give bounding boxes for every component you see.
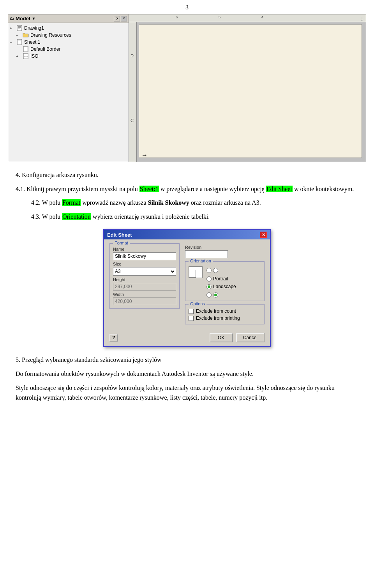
orientation-group-title: Orientation	[189, 259, 213, 263]
dialog-help-button[interactable]: ?	[109, 334, 118, 342]
help-button[interactable]: ?	[114, 16, 120, 21]
height-label: Height	[113, 277, 176, 282]
folder-icon	[22, 32, 29, 38]
format-highlight: Format	[62, 199, 81, 206]
section5-para2: Style odnoszące się do części i zespołów…	[16, 383, 358, 403]
exclude-count-checkbox[interactable]	[189, 309, 194, 314]
portrait-option[interactable]: Portrait	[206, 276, 236, 282]
para-4-1-prefix: 4.1. Kliknij prawym przyciskiem myszki n…	[16, 186, 139, 192]
para-4-1-suffix: w oknie kontekstowym.	[294, 186, 354, 192]
expander-sheet1: –	[10, 40, 16, 44]
page-preview-inner	[189, 270, 196, 278]
name-input[interactable]	[113, 252, 176, 260]
landscape-option[interactable]: Landscape	[206, 284, 236, 289]
ruler-top: 6 5 4 ↓	[129, 14, 366, 22]
dialog-buttons: OK Cancel	[210, 333, 265, 342]
bottom-radios	[206, 292, 236, 298]
options-group-title: Options	[189, 301, 206, 306]
expander-iso: +	[16, 54, 22, 58]
format-group-title: Format	[113, 241, 130, 245]
height-input	[113, 283, 176, 290]
tree-item-sheet1[interactable]: – Sheet:1	[10, 39, 127, 46]
ruler-mark-4: 4	[261, 15, 263, 19]
dialog-close-button[interactable]: ✕	[260, 232, 267, 238]
arrow-down-icon: →	[141, 152, 148, 159]
help-icon: ?	[112, 335, 115, 340]
c-marker: C	[131, 118, 134, 123]
size-select[interactable]: A3 A4 A2 A1 Letter	[113, 267, 176, 276]
ok-button[interactable]: OK	[210, 333, 233, 342]
dialog-right-column: Revision Orientation	[185, 243, 265, 328]
dialog-left-column: Format Name Size A3 A4 A2 A1 Letter	[109, 243, 180, 328]
width-input	[113, 298, 176, 305]
edit-sheet-highlight: Edit Sheet	[266, 186, 293, 192]
para-4-2-prefix: 4.2. W polu	[31, 199, 62, 206]
default-border-label: Default Border	[30, 46, 60, 52]
drawing1-label: Drawing1	[24, 25, 44, 31]
tree-view: + Drawing1 – Drawing Resources –	[8, 23, 129, 61]
top-radios	[206, 268, 236, 273]
format-group: Format Name Size A3 A4 A2 A1 Letter	[109, 243, 180, 309]
model-panel-actions: ? ×	[114, 16, 127, 21]
orientation-highlight: Orientation	[62, 213, 91, 220]
tree-item-drawing1[interactable]: + Drawing1	[10, 25, 127, 32]
dialog-body: Format Name Size A3 A4 A2 A1 Letter	[104, 239, 270, 331]
orientation-preview	[189, 266, 203, 278]
svg-rect-6	[23, 46, 28, 52]
tree-item-drawing-resources[interactable]: – Drawing Resources	[16, 32, 127, 39]
drawing-area: 6 5 4 ↓ D C →	[129, 14, 366, 162]
section5-para1: Do formatowania obiektów rysunkowych w d…	[16, 369, 358, 379]
dialog-title: Edit Sheet	[107, 232, 132, 238]
exclude-printing-label: Exclude from printing	[196, 315, 240, 321]
para-4-3-suffix: wybierz orientację rysunku i położenie t…	[93, 213, 210, 220]
close-panel-button[interactable]: ×	[121, 16, 127, 21]
iso-label: ISO	[30, 53, 39, 59]
orientation-options: Portrait Landscape	[206, 268, 236, 298]
para-4-2: 4.2. W polu Format wprowadź nazwę arkusz…	[16, 198, 358, 208]
border-icon	[22, 46, 29, 52]
radio-bottom-left[interactable]	[206, 292, 212, 298]
radio-top-left[interactable]	[206, 268, 212, 273]
width-label: Width	[113, 292, 176, 297]
dropdown-arrow-icon[interactable]: ▼	[32, 16, 36, 21]
model-panel-title: 🗂 Model ▼	[10, 16, 35, 21]
revision-label: Revision	[185, 245, 265, 250]
ruler-mark-5: 5	[219, 15, 221, 19]
section4-title: 4. Konfiguracja arkusza rysunku.	[16, 170, 358, 180]
drawing-icon	[16, 25, 23, 31]
para-4-3-prefix: 4.3. W polu	[31, 213, 62, 220]
expander-drawing1: +	[10, 26, 16, 30]
radio-top-right[interactable]	[213, 268, 218, 273]
cancel-button[interactable]: Cancel	[236, 333, 265, 342]
model-title-label: Model	[16, 16, 30, 21]
main-content: 4. Konfiguracja arkusza rysunku. 4.1. Kl…	[0, 162, 374, 414]
revision-input[interactable]	[185, 250, 228, 258]
dialog-container: Edit Sheet ✕ Format Name Size A3	[16, 229, 358, 347]
d-marker: D	[131, 53, 134, 58]
expander-resources: –	[16, 33, 22, 37]
arrow-right-icon: ↓	[360, 15, 363, 22]
landscape-radio[interactable]	[206, 284, 212, 289]
iso-icon: ISO	[22, 53, 29, 59]
exclude-printing-row[interactable]: Exclude from printing	[189, 315, 261, 321]
exclude-printing-checkbox[interactable]	[189, 316, 194, 321]
radio-bottom-right[interactable]	[213, 292, 218, 298]
sheet1-highlight: Sheet:1	[139, 186, 159, 192]
exclude-count-label: Exclude from count	[196, 308, 236, 314]
tree-item-iso[interactable]: + ISO ISO	[16, 53, 127, 60]
sheet1-label: Sheet:1	[24, 39, 40, 45]
exclude-count-row[interactable]: Exclude from count	[189, 308, 261, 314]
page-number: 3	[0, 0, 374, 14]
portrait-radio[interactable]	[206, 276, 212, 282]
top-section: 🗂 Model ▼ ? × + Drawing1	[8, 14, 366, 162]
para-4-3: 4.3. W polu Orientation wybierz orientac…	[16, 212, 358, 222]
drawing-paper	[139, 24, 362, 158]
drawing-resources-label: Drawing Resources	[30, 32, 71, 38]
dialog-titlebar: Edit Sheet ✕	[104, 230, 270, 239]
tree-item-default-border[interactable]: Default Border	[16, 46, 127, 53]
para-4-2-middle2: oraz rozmiar arkusza na A3.	[191, 199, 261, 206]
size-label: Size	[113, 262, 176, 266]
portrait-label: Portrait	[213, 276, 228, 282]
orientation-group: Orientation	[185, 261, 265, 301]
section5-title: 5. Przegląd wybranego standardu szkicowa…	[16, 355, 358, 365]
